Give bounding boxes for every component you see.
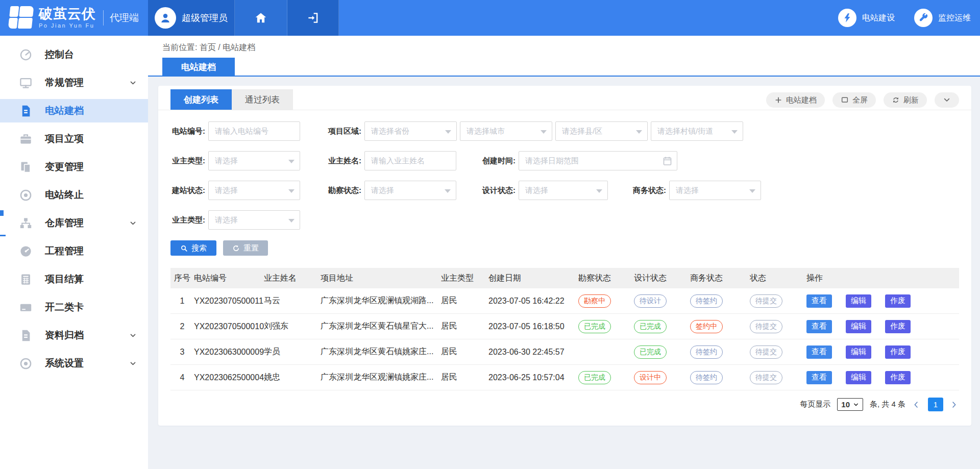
portal-badge: 代理端 [103,10,139,26]
sidebar-item-gear[interactable]: 系统设置 [0,352,148,375]
owner-type-2-select[interactable]: 请选择 [208,210,300,230]
sidebar-item-file[interactable]: 资料归档 [0,324,148,347]
sidebar-item-sitemap[interactable]: 仓库管理 [0,211,148,235]
next-page-button[interactable] [950,400,959,409]
build-status-select[interactable]: 请选择 [208,181,300,200]
table-cell: 刘强东 [264,321,321,332]
table-cell: 2023-07-05 16:18:50 [488,322,578,331]
business-status-select[interactable]: 请选择 [669,181,761,200]
tool-fullscreen-button[interactable]: 全屏 [832,92,876,108]
gauge-icon [19,244,33,258]
date-range-input[interactable]: 请选择日期范围 [519,151,677,170]
status-badge: 待设计 [634,294,667,308]
column-header: 勘察状态 [578,273,634,284]
sidebar-item-calculator[interactable]: 项目结算 [0,267,148,291]
per-page-label: 每页显示 [800,400,830,409]
nav-label: 电站建设 [862,13,895,23]
edit-button[interactable]: 编辑 [846,371,871,384]
status-cell: 待签约 [690,371,750,384]
caret-down-icon [541,130,547,134]
edit-button[interactable]: 编辑 [846,320,871,333]
brand-title: 破茧云伏 [39,7,96,21]
county-select[interactable]: 请选择县/区 [555,121,648,141]
status-badge: 待提交 [750,371,782,384]
filter-label: 勘察状态: [327,186,361,195]
chevron-left-icon [912,401,920,409]
status-badge: 待签约 [690,294,723,308]
header-spacer [339,0,838,36]
sidebar-item-gauge[interactable]: 工程管理 [0,239,148,263]
edit-button[interactable]: 编辑 [846,294,871,308]
column-header: 业主类型 [441,273,488,284]
owner-type-select[interactable]: 请选择 [208,151,300,170]
scroll-indicator [0,235,6,236]
status-badge: 待签约 [690,371,723,384]
status-cell: 勘察中 [578,294,634,308]
chevron-down-icon [129,219,137,227]
per-page-select[interactable]: 10 [837,398,863,411]
sidebar-item-dashboard[interactable]: 控制台 [0,43,148,66]
view-button[interactable]: 查看 [806,371,832,384]
actions-cell: 查看编辑作废 [806,320,959,333]
survey-status-select[interactable]: 请选择 [364,181,456,200]
page-tab-station-archive[interactable]: 电站建档 [162,58,235,77]
sidebar-item-monitor[interactable]: 常规管理 [0,71,148,94]
main-area: 当前位置: 首页 / 电站建档 电站建档 创建列表通过列表 电站建档全屏刷新 电… [148,36,980,469]
sidebar-item-briefcase[interactable]: 项目立项 [0,127,148,151]
current-page[interactable]: 1 [928,398,943,411]
monitor-icon [19,76,33,90]
chevron-down-icon [943,96,951,104]
station-code-input[interactable]: 请输入电站编号 [208,121,300,141]
nav-station-build[interactable]: 电站建设 [838,9,895,27]
table-cell: 居民 [441,347,488,357]
home-button[interactable] [235,0,287,36]
content: 创建列表通过列表 电站建档全屏刷新 电站编号: 请输入电站编号 项目区域: 请选… [148,77,980,426]
table-cell: 4 [170,373,194,382]
city-select[interactable]: 请选择城市 [460,121,552,141]
caret-down-icon [445,130,451,134]
list-tab[interactable]: 通过列表 [232,89,293,110]
tool-chevron-down-button[interactable] [935,92,959,108]
tool-refresh-button[interactable]: 刷新 [884,92,927,108]
list-tab[interactable]: 创建列表 [170,89,232,110]
actions-cell: 查看编辑作废 [806,345,959,359]
filter-owner-type-2: 业主类型: 请选择 [170,210,300,230]
status-cell: 待提交 [750,294,806,308]
prev-page-button[interactable] [912,400,921,409]
sidebar-item-target[interactable]: 电站终止 [0,183,148,207]
province-select[interactable]: 请选择省份 [364,121,457,141]
table-cell: YX2023070500010 [194,322,264,331]
sidebar-item-document[interactable]: 电站建档 [0,99,148,122]
view-button[interactable]: 查看 [806,320,832,333]
design-status-select[interactable]: 请选择 [519,181,608,200]
void-button[interactable]: 作废 [885,320,911,333]
sidebar-item-card[interactable]: 开二类卡 [0,295,148,319]
document-icon [19,104,33,118]
breadcrumb: 当前位置: 首页 / 电站建档 [162,42,255,53]
nav-monitor-ops[interactable]: 监控运维 [914,9,971,27]
town-select[interactable]: 请选择村镇/街道 [651,121,743,141]
edit-button[interactable]: 编辑 [846,345,871,359]
calendar-icon [662,156,673,166]
logout-button[interactable] [287,0,339,36]
brand-subtitle: Po Jian Yun Fu [39,23,96,29]
toolbar: 电站建档全屏刷新 [766,92,959,108]
filter-label: 创建时间: [481,156,516,166]
wrench-icon [918,12,929,23]
void-button[interactable]: 作废 [885,294,911,308]
status-badge: 待提交 [750,294,782,308]
tool-plus-button[interactable]: 电站建档 [766,92,825,108]
search-button[interactable]: 搜索 [170,240,216,256]
void-button[interactable]: 作废 [885,371,911,384]
status-badge: 勘察中 [578,294,611,308]
view-button[interactable]: 查看 [806,345,832,359]
void-button[interactable]: 作废 [885,345,911,359]
status-cell: 已完成 [634,345,690,359]
user-menu[interactable]: 超级管理员 [148,0,235,36]
reset-button[interactable]: 重置 [223,240,268,256]
sidebar-item-copy[interactable]: 变更管理 [0,155,148,179]
view-button[interactable]: 查看 [806,294,832,308]
owner-name-input[interactable]: 请输入业主姓名 [364,151,456,170]
file-icon [19,329,33,342]
status-badge: 设计中 [634,371,667,384]
